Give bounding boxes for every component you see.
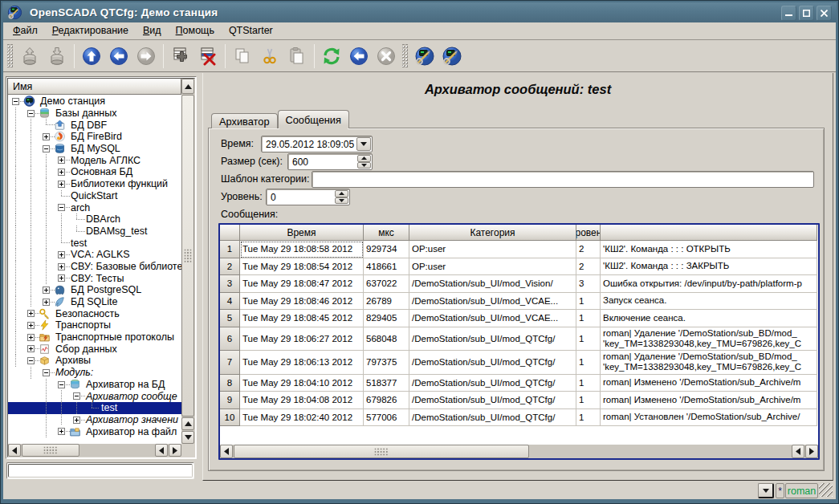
message-cell[interactable]: roman| Установлен '/DemoStation/sub_Arch…	[601, 409, 817, 427]
category-template-input[interactable]	[312, 171, 814, 188]
category-cell[interactable]: /DemoStation/sub_UI/mod_QTCfg/	[409, 392, 576, 409]
tree-item-29[interactable]: Архиватор на файл	[8, 425, 181, 437]
table-row-8[interactable]: 8Tue May 29 18:04:10 2012518377/DemoStat…	[220, 375, 818, 392]
toolbar-handle[interactable]	[401, 44, 408, 68]
tree-vertical-scrollbar[interactable]	[181, 79, 194, 444]
tree-scroll-left-button2[interactable]	[155, 444, 168, 457]
expand-icon[interactable]	[73, 417, 80, 424]
table-scroll-left-button2[interactable]	[792, 445, 804, 458]
table-scroll-right-button[interactable]	[805, 445, 818, 458]
table-header-col-3[interactable]: мкс	[364, 225, 409, 241]
expand-icon[interactable]	[27, 322, 35, 329]
usec-cell[interactable]: 26789	[364, 293, 409, 311]
tree-item-4[interactable]: БД FireBird	[8, 131, 181, 143]
usec-cell[interactable]: 637022	[364, 275, 409, 293]
tree-item-7[interactable]: Основная БД	[8, 166, 181, 178]
tree-item-8[interactable]: Библиотеки функций	[8, 178, 181, 190]
stop-button[interactable]	[373, 43, 399, 69]
expand-icon[interactable]	[27, 310, 35, 317]
level-spin-up[interactable]	[335, 190, 348, 197]
row-number[interactable]: 2	[220, 258, 240, 276]
size-spin-up[interactable]	[357, 155, 371, 162]
category-cell[interactable]: OP:user	[409, 258, 576, 276]
level-cell[interactable]: 1	[576, 327, 601, 352]
tree-item-28[interactable]: Архиватор значени	[8, 414, 181, 426]
tree-item-18[interactable]: БД SQLite	[8, 296, 181, 308]
level-cell[interactable]: 1	[576, 392, 601, 409]
level-cell[interactable]: 2	[576, 258, 601, 276]
row-number[interactable]: 9	[220, 392, 240, 409]
usec-cell[interactable]: 518377	[364, 375, 409, 392]
table-horizontal-scrollbar[interactable]	[220, 445, 818, 458]
delete-item-button[interactable]	[195, 43, 221, 69]
refresh-button[interactable]	[319, 43, 344, 69]
category-cell[interactable]: /DemoStation/sub_UI/mod_VCAE...	[409, 293, 576, 311]
level-spin-down[interactable]	[335, 197, 348, 205]
category-cell[interactable]: /DemoStation/sub_UI/mod_Vision/	[409, 275, 576, 293]
row-number[interactable]: 7	[220, 351, 240, 375]
message-cell[interactable]: roman| Изменено '/DemoStation/sub_Archiv…	[601, 375, 817, 392]
table-row-3[interactable]: 3Tue May 29 18:08:47 2012637022/DemoStat…	[220, 275, 818, 293]
usec-cell[interactable]: 797375	[364, 351, 409, 375]
tree-scroll-up-button[interactable]	[181, 79, 194, 94]
tree-item-21[interactable]: Транспортные протоколы	[8, 331, 181, 343]
table-row-1[interactable]: 1Tue May 29 18:08:58 2012929734OP:user2'…	[220, 241, 818, 258]
menu-item-4[interactable]: Помощь	[169, 23, 222, 39]
tree-item-23[interactable]: Архивы	[8, 355, 181, 367]
table-hscroll-thumb[interactable]	[234, 445, 529, 458]
tree-item-16[interactable]: СВУ: Тесты	[8, 272, 181, 284]
time-cell[interactable]: Tue May 29 18:04:10 2012	[240, 375, 364, 392]
expand-icon[interactable]	[58, 251, 65, 258]
row-number[interactable]: 4	[220, 293, 240, 311]
tree-item-5[interactable]: БД MySQL	[8, 143, 181, 155]
table-row-2[interactable]: 2Tue May 29 18:08:54 2012418661OP:user2'…	[220, 258, 818, 276]
expand-icon[interactable]	[58, 181, 65, 188]
tree-item-17[interactable]: БД PostgreSQL	[8, 284, 181, 296]
usec-cell[interactable]: 679826	[364, 392, 409, 409]
category-cell[interactable]: /DemoStation/sub_UI/mod_QTCfg/	[409, 409, 576, 427]
tree-item-14[interactable]: VCA: AGLKS	[8, 249, 181, 261]
load-button[interactable]	[17, 43, 43, 69]
tree-item-12[interactable]: DBAMsg_test	[8, 226, 181, 238]
usec-cell[interactable]: 568048	[364, 327, 409, 352]
message-cell[interactable]: roman| Удаление '/DemoStation/sub_BD/mod…	[601, 327, 817, 352]
message-cell[interactable]: 'КШ2'. Команда : : : ОТКРЫТЬ	[601, 241, 817, 258]
usec-cell[interactable]: 577006	[364, 409, 409, 427]
collapse-icon[interactable]	[43, 369, 50, 376]
tab-2[interactable]: Сообщения	[278, 110, 349, 128]
copy-button[interactable]	[230, 43, 255, 69]
table-header-col-6[interactable]	[601, 225, 817, 241]
time-cell[interactable]: Tue May 29 18:08:58 2012	[240, 241, 364, 258]
table-row-7[interactable]: 7Tue May 29 18:06:13 2012797375/DemoStat…	[220, 351, 818, 375]
tree-horizontal-scrollbar[interactable]	[8, 444, 181, 457]
time-cell[interactable]: Tue May 29 18:08:45 2012	[240, 310, 364, 327]
level-cell[interactable]: 2	[576, 241, 601, 258]
row-number[interactable]: 1	[220, 241, 240, 258]
tree-item-20[interactable]: Транспорты	[8, 319, 181, 331]
tree-item-24[interactable]: Модуль:	[8, 367, 181, 379]
expand-icon[interactable]	[43, 287, 50, 294]
table-row-6[interactable]: 6Tue May 29 18:06:27 2012568048/DemoStat…	[220, 327, 818, 352]
table-header-col-5[interactable]: Уровень	[576, 225, 601, 241]
category-cell[interactable]: /DemoStation/sub_UI/mod_QTCfg/	[409, 351, 576, 375]
category-cell[interactable]: /DemoStation/sub_UI/mod_VCAE...	[409, 310, 576, 327]
tree-scroll-down-button[interactable]	[181, 431, 194, 444]
size-spin-buttons[interactable]	[357, 155, 371, 169]
table-row-5[interactable]: 5Tue May 29 18:08:45 2012829405/DemoStat…	[220, 310, 818, 327]
up-button[interactable]	[79, 43, 104, 69]
menu-item-1[interactable]: Файл	[6, 23, 45, 39]
cut-button[interactable]	[257, 43, 283, 69]
collapse-icon[interactable]	[43, 145, 50, 152]
message-cell[interactable]: Ошибка открытия: /dev/input/by-path/plat…	[601, 275, 817, 293]
expand-icon[interactable]	[27, 345, 35, 352]
time-cell[interactable]: Tue May 29 18:06:27 2012	[240, 327, 364, 352]
tree-filter-input[interactable]	[6, 462, 194, 479]
tree-item-19[interactable]: Безопасность	[8, 307, 181, 319]
tree-item-1[interactable]: Демо станция	[8, 96, 181, 108]
row-number[interactable]: 10	[220, 409, 240, 427]
size-spin-down[interactable]	[357, 162, 371, 169]
time-cell[interactable]: Tue May 29 18:02:40 2012	[240, 409, 364, 427]
time-cell[interactable]: Tue May 29 18:08:47 2012	[240, 275, 364, 293]
previous-button[interactable]	[106, 43, 132, 69]
time-combobox[interactable]: 29.05.2012 18:09:05	[261, 136, 373, 152]
